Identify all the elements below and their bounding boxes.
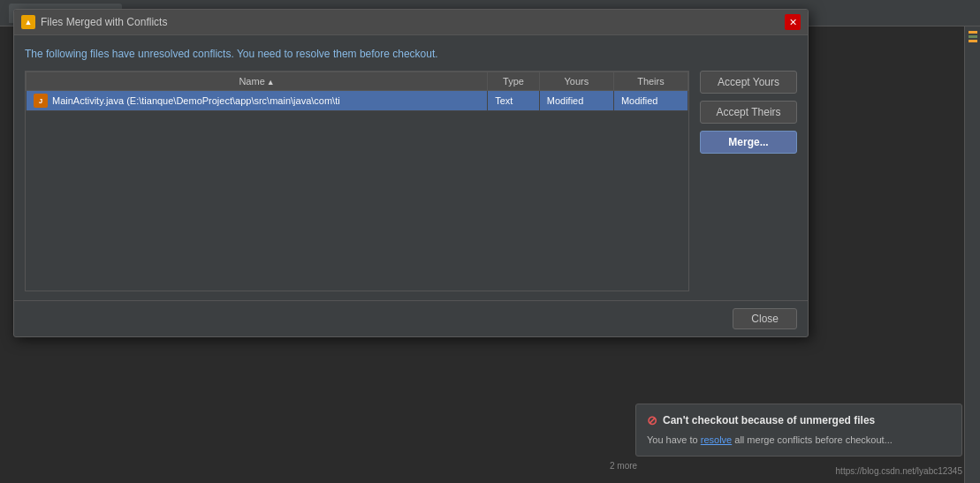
col-header-type: Type [488,72,540,91]
merge-button[interactable]: Merge... [700,131,797,154]
notification-resolve-link[interactable]: resolve [701,434,732,445]
notification-error-icon: ⊘ [647,413,657,427]
dialog-titlebar: ▲ Files Merged with Conflicts ✕ [14,10,808,35]
notification-title: Can't checkout because of unmerged files [663,414,875,426]
notification-header: ⊘ Can't checkout because of unmerged fil… [647,413,951,427]
sort-arrow-icon: ▲ [267,78,275,87]
dialog-actions: Accept Yours Accept Theirs Merge... [700,44,797,291]
conflict-table-container: Name▲ Type Yours Theirs JMainActivity.ja… [25,71,689,291]
conflict-table-header: Name▲ Type Yours Theirs [27,72,688,91]
file-yours-cell: Modified [539,91,613,111]
notification-body: You have to resolve all merge conflicts … [647,433,951,448]
notification-url: https://blog.csdn.net/lyabc12345 [836,466,962,476]
ide-right-marker-1 [969,31,977,34]
file-theirs-cell: Modified [613,91,688,111]
notification-body-prefix: You have to [647,434,701,445]
java-file-icon: J [34,94,48,108]
accept-theirs-button[interactable]: Accept Theirs [700,101,797,124]
table-row[interactable]: JMainActivity.java (E:\tianque\DemoProje… [27,91,688,111]
ide-right-marker-3 [969,40,977,42]
ide-right-marker-2 [969,35,977,38]
col-header-name: Name▲ [27,72,488,91]
dialog-footer: Close [14,300,808,336]
dialog-close-button[interactable]: ✕ [785,14,801,30]
notification-body-suffix: all merge conflicts before checkout... [732,434,893,445]
conflict-table: Name▲ Type Yours Theirs JMainActivity.ja… [26,72,688,111]
file-name-cell: JMainActivity.java (E:\tianque\DemoProje… [27,91,488,111]
file-name-text: MainActivity.java (E:\tianque\DemoProjec… [52,95,340,106]
dialog-body: The following files have unresolved conf… [14,35,808,300]
col-header-theirs: Theirs [613,72,688,91]
ide-right-bar [964,26,980,483]
file-type-cell: Text [488,91,540,111]
dialog-title-left: ▲ Files Merged with Conflicts [21,15,167,29]
conflict-table-body: JMainActivity.java (E:\tianque\DemoProje… [27,91,688,111]
files-merged-dialog: ▲ Files Merged with Conflicts ✕ The foll… [13,9,809,337]
notification-more[interactable]: 2 more [610,461,637,471]
notification-popup: ⊘ Can't checkout because of unmerged fil… [635,404,962,457]
col-header-yours: Yours [539,72,613,91]
dialog-title-text: Files Merged with Conflicts [41,16,167,28]
accept-yours-button[interactable]: Accept Yours [700,71,797,94]
dialog-info-text: The following files have unresolved conf… [25,44,689,64]
close-button[interactable]: Close [733,308,797,329]
dialog-title-icon: ▲ [21,15,35,29]
dialog-left: The following files have unresolved conf… [25,44,689,291]
